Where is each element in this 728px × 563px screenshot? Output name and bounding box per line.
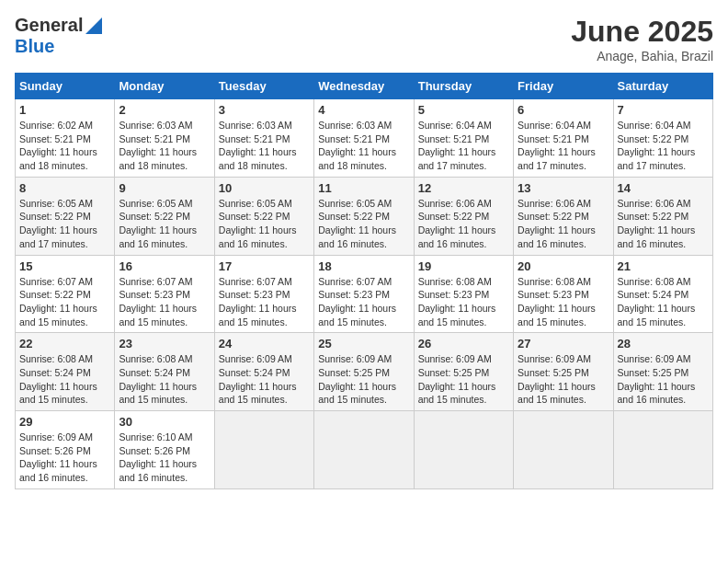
table-row: 3 Sunrise: 6:03 AMSunset: 5:21 PMDayligh… — [214, 99, 313, 178]
day-number: 7 — [618, 103, 709, 117]
table-row: 14 Sunrise: 6:06 AMSunset: 5:22 PMDaylig… — [613, 177, 712, 255]
day-info: Sunrise: 6:07 AMSunset: 5:23 PMDaylight:… — [219, 276, 297, 327]
day-number: 27 — [518, 337, 609, 350]
day-number: 19 — [418, 259, 509, 273]
table-row: 24 Sunrise: 6:09 AMSunset: 5:24 PMDaylig… — [214, 333, 313, 411]
table-row: 19 Sunrise: 6:08 AMSunset: 5:23 PMDaylig… — [414, 255, 513, 333]
calendar-week-row: 15 Sunrise: 6:07 AMSunset: 5:22 PMDaylig… — [16, 255, 713, 333]
table-row — [414, 411, 513, 489]
table-row: 17 Sunrise: 6:07 AMSunset: 5:23 PMDaylig… — [214, 255, 313, 333]
day-info: Sunrise: 6:08 AMSunset: 5:23 PMDaylight:… — [418, 276, 496, 327]
day-number: 22 — [19, 337, 110, 350]
day-info: Sunrise: 6:09 AMSunset: 5:25 PMDaylight:… — [418, 353, 496, 405]
day-number: 12 — [418, 181, 509, 195]
col-thursday: Thursday — [414, 74, 513, 99]
table-row: 30 Sunrise: 6:10 AMSunset: 5:26 PMDaylig… — [115, 411, 214, 489]
table-row: 7 Sunrise: 6:04 AMSunset: 5:22 PMDayligh… — [613, 99, 712, 178]
col-sunday: Sunday — [16, 74, 115, 99]
day-number: 21 — [618, 259, 709, 273]
table-row: 10 Sunrise: 6:05 AMSunset: 5:22 PMDaylig… — [214, 177, 313, 255]
table-row: 16 Sunrise: 6:07 AMSunset: 5:23 PMDaylig… — [115, 255, 214, 333]
calendar-table: Sunday Monday Tuesday Wednesday Thursday… — [15, 73, 713, 489]
calendar-week-row: 22 Sunrise: 6:08 AMSunset: 5:24 PMDaylig… — [16, 333, 713, 411]
day-number: 2 — [119, 103, 210, 117]
col-saturday: Saturday — [613, 74, 712, 99]
col-wednesday: Wednesday — [314, 74, 414, 99]
day-number: 9 — [119, 181, 210, 195]
day-info: Sunrise: 6:08 AMSunset: 5:24 PMDaylight:… — [19, 353, 97, 405]
day-info: Sunrise: 6:09 AMSunset: 5:24 PMDaylight:… — [219, 353, 297, 405]
table-row: 25 Sunrise: 6:09 AMSunset: 5:25 PMDaylig… — [314, 333, 414, 411]
day-number: 24 — [219, 337, 310, 350]
day-info: Sunrise: 6:05 AMSunset: 5:22 PMDaylight:… — [219, 198, 297, 249]
day-info: Sunrise: 6:09 AMSunset: 5:25 PMDaylight:… — [618, 353, 696, 405]
logo: General Blue — [15, 15, 102, 57]
day-info: Sunrise: 6:05 AMSunset: 5:22 PMDaylight:… — [318, 198, 396, 249]
table-row: 27 Sunrise: 6:09 AMSunset: 5:25 PMDaylig… — [514, 333, 613, 411]
day-number: 28 — [618, 337, 709, 350]
day-info: Sunrise: 6:09 AMSunset: 5:26 PMDaylight:… — [19, 431, 97, 483]
day-info: Sunrise: 6:06 AMSunset: 5:22 PMDaylight:… — [518, 198, 596, 249]
calendar-week-row: 8 Sunrise: 6:05 AMSunset: 5:22 PMDayligh… — [16, 177, 713, 255]
day-number: 23 — [119, 337, 210, 350]
day-number: 5 — [418, 103, 509, 117]
table-row: 2 Sunrise: 6:03 AMSunset: 5:21 PMDayligh… — [115, 99, 214, 178]
day-info: Sunrise: 6:09 AMSunset: 5:25 PMDaylight:… — [318, 353, 396, 405]
table-row: 28 Sunrise: 6:09 AMSunset: 5:25 PMDaylig… — [613, 333, 712, 411]
month-title: June 2025 — [571, 15, 713, 49]
location: Anage, Bahia, Brazil — [571, 49, 713, 63]
day-number: 17 — [219, 259, 310, 273]
col-tuesday: Tuesday — [214, 74, 313, 99]
day-info: Sunrise: 6:10 AMSunset: 5:26 PMDaylight:… — [119, 431, 197, 483]
day-info: Sunrise: 6:09 AMSunset: 5:25 PMDaylight:… — [518, 353, 596, 405]
day-info: Sunrise: 6:04 AMSunset: 5:22 PMDaylight:… — [618, 120, 696, 171]
day-info: Sunrise: 6:06 AMSunset: 5:22 PMDaylight:… — [418, 198, 496, 249]
table-row — [514, 411, 613, 489]
table-row: 9 Sunrise: 6:05 AMSunset: 5:22 PMDayligh… — [115, 177, 214, 255]
day-info: Sunrise: 6:08 AMSunset: 5:24 PMDaylight:… — [119, 353, 197, 405]
day-number: 20 — [518, 259, 609, 273]
day-info: Sunrise: 6:08 AMSunset: 5:23 PMDaylight:… — [518, 276, 596, 327]
table-row: 8 Sunrise: 6:05 AMSunset: 5:22 PMDayligh… — [16, 177, 115, 255]
day-info: Sunrise: 6:03 AMSunset: 5:21 PMDaylight:… — [318, 120, 396, 171]
col-friday: Friday — [514, 74, 613, 99]
day-info: Sunrise: 6:05 AMSunset: 5:22 PMDaylight:… — [19, 198, 97, 249]
table-row: 13 Sunrise: 6:06 AMSunset: 5:22 PMDaylig… — [514, 177, 613, 255]
table-row: 20 Sunrise: 6:08 AMSunset: 5:23 PMDaylig… — [514, 255, 613, 333]
day-info: Sunrise: 6:04 AMSunset: 5:21 PMDaylight:… — [418, 120, 496, 171]
day-info: Sunrise: 6:06 AMSunset: 5:22 PMDaylight:… — [618, 198, 696, 249]
table-row: 29 Sunrise: 6:09 AMSunset: 5:26 PMDaylig… — [16, 411, 115, 489]
logo-icon — [85, 17, 102, 34]
table-row: 6 Sunrise: 6:04 AMSunset: 5:21 PMDayligh… — [514, 99, 613, 178]
day-number: 15 — [19, 259, 110, 273]
table-row: 1 Sunrise: 6:02 AMSunset: 5:21 PMDayligh… — [16, 99, 115, 178]
day-number: 8 — [19, 181, 110, 195]
day-number: 14 — [618, 181, 709, 195]
calendar-week-row: 1 Sunrise: 6:02 AMSunset: 5:21 PMDayligh… — [16, 99, 713, 178]
day-number: 1 — [19, 103, 110, 117]
day-info: Sunrise: 6:07 AMSunset: 5:22 PMDaylight:… — [19, 276, 97, 327]
day-info: Sunrise: 6:04 AMSunset: 5:21 PMDaylight:… — [518, 120, 596, 171]
logo-general-text: General — [15, 15, 83, 36]
table-row: 15 Sunrise: 6:07 AMSunset: 5:22 PMDaylig… — [16, 255, 115, 333]
logo-blue-text: Blue — [15, 36, 54, 57]
day-info: Sunrise: 6:03 AMSunset: 5:21 PMDaylight:… — [219, 120, 297, 171]
table-row: 22 Sunrise: 6:08 AMSunset: 5:24 PMDaylig… — [16, 333, 115, 411]
day-info: Sunrise: 6:05 AMSunset: 5:22 PMDaylight:… — [119, 198, 197, 249]
day-number: 29 — [19, 415, 110, 429]
day-info: Sunrise: 6:08 AMSunset: 5:24 PMDaylight:… — [618, 276, 696, 327]
table-row: 23 Sunrise: 6:08 AMSunset: 5:24 PMDaylig… — [115, 333, 214, 411]
table-row: 26 Sunrise: 6:09 AMSunset: 5:25 PMDaylig… — [414, 333, 513, 411]
day-number: 18 — [318, 259, 409, 273]
table-row: 4 Sunrise: 6:03 AMSunset: 5:21 PMDayligh… — [314, 99, 414, 178]
table-row — [214, 411, 313, 489]
day-info: Sunrise: 6:02 AMSunset: 5:21 PMDaylight:… — [19, 120, 97, 171]
day-info: Sunrise: 6:07 AMSunset: 5:23 PMDaylight:… — [119, 276, 197, 327]
day-number: 11 — [318, 181, 409, 195]
day-info: Sunrise: 6:07 AMSunset: 5:23 PMDaylight:… — [318, 276, 396, 327]
table-row: 5 Sunrise: 6:04 AMSunset: 5:21 PMDayligh… — [414, 99, 513, 178]
table-row: 11 Sunrise: 6:05 AMSunset: 5:22 PMDaylig… — [314, 177, 414, 255]
day-number: 13 — [518, 181, 609, 195]
table-row — [613, 411, 712, 489]
day-number: 10 — [219, 181, 310, 195]
